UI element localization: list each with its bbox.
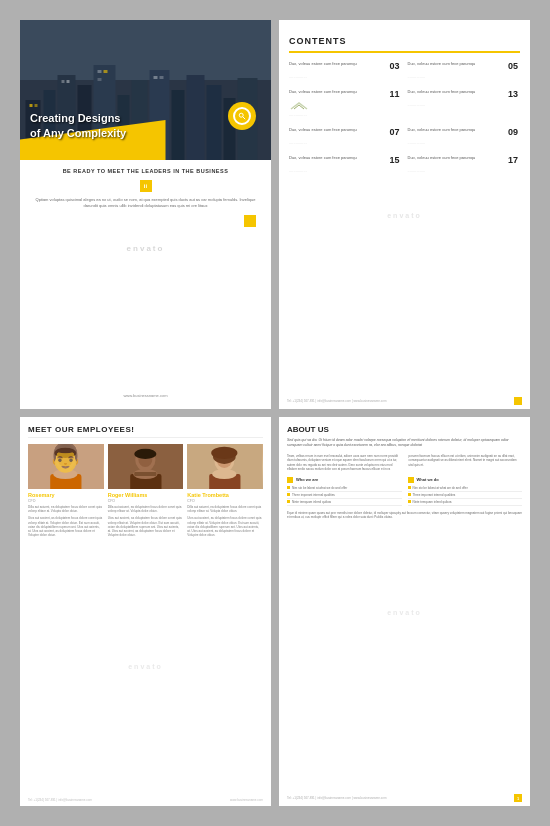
about-bottom-text: Eque id minime quam quaes aut pror mendi…: [287, 511, 522, 520]
svg-rect-39: [134, 472, 156, 476]
about-title: ABOUT US: [287, 425, 522, 434]
svg-point-45: [212, 447, 238, 459]
employee-photo-roger: [108, 444, 184, 489]
svg-rect-12: [207, 85, 222, 160]
cover-divider-icon: ii: [144, 183, 147, 189]
contents-item-2-text: Duo, voleuu estore cum fece parumqu: [408, 61, 509, 67]
page-about: ABOUT US Sed quis qui sa dio. Ut hiium i…: [279, 417, 530, 806]
contents-item-6-text: Duo, voleuu estore cum fece parumqu: [408, 127, 509, 133]
contents-item-8-num: 17: [508, 155, 520, 165]
contents-item-6-dots: ................: [408, 140, 521, 145]
svg-rect-20: [104, 70, 108, 73]
about-columns: Who we are Nim sto be labest at what we …: [287, 477, 522, 506]
contents-item-1-text: Duo, voleuu estore cum fece parumqu: [289, 61, 390, 67]
contents-item-6: Duo, voleuu estore cum fece parumqu 09 .…: [408, 127, 521, 145]
about-what-bullet-3: [408, 500, 411, 503]
about-what-item-1: Nim sto be labest at what we do and offe…: [408, 485, 523, 492]
contents-item-1: Duo, voleuu estore cum fece parumqu 03 .…: [289, 61, 402, 79]
contents-item-3-num: 11: [390, 89, 402, 99]
contents-item-8-header: Duo, voleuu estore cum fece parumqu 17: [408, 155, 521, 165]
about-who-item-1-text: Nim sto be labest at what we do and offe…: [292, 486, 347, 490]
about-what-item-2: Three imporant internal qualities: [408, 492, 523, 499]
svg-rect-15: [30, 104, 33, 107]
about-who-item-1: Nim sto be labest at what we do and offe…: [287, 485, 402, 492]
about-col-what-icon: [408, 477, 414, 483]
about-footer-text: Tel: +1(234) 567-891 | info@businessname…: [287, 796, 386, 800]
contents-item-3-header: Duo, voleuu estore cum fece parumqu 11: [289, 89, 402, 99]
contents-item-5-header: Duo, voleuu estore cum fece parumqu 07: [289, 127, 402, 137]
about-col-who-icon: [287, 477, 293, 483]
about-what-bullet-1: [408, 486, 411, 489]
contents-item-6-num: 09: [508, 127, 520, 137]
cover-search-icon: [228, 102, 256, 130]
contents-item-7: Duo, voleuu estore cum fece parumqu 15 .…: [289, 155, 402, 173]
contents-item-4-num: 13: [508, 89, 520, 99]
svg-point-25: [239, 113, 243, 117]
cover-title-line2: of Any Complexity: [30, 127, 126, 139]
about-footer: Tel: +1(234) 567-891 | info@businessname…: [287, 794, 522, 802]
employees-footer-left: Tel: +1(234) 567-891 | info@businessname…: [28, 798, 92, 802]
contents-item-1-header: Duo, voleuu estore cum fece parumqu 03: [289, 61, 402, 71]
employee-photo-rosemary: 👨: [28, 444, 104, 489]
about-who-item-2-text: Three imporant internal qualities: [292, 493, 335, 497]
svg-line-26: [243, 117, 245, 119]
about-col-who-title: Who we are: [287, 477, 402, 483]
employee-desc-roger: Dilla aut axiuent, ea doluptatem focus d…: [108, 505, 184, 513]
employee-card-katie: Katie Trombetta CFO Dilla aut axiuent, e…: [187, 444, 263, 537]
contents-footer-bar: [514, 397, 522, 405]
contents-item-8: Duo, voleuu estore cum fece parumqu 17 .…: [408, 155, 521, 173]
about-what-item-1-text: Nim sto be labest at what we do and offe…: [413, 486, 468, 490]
employee-role-roger: CFO: [108, 499, 115, 503]
search-icon: [238, 112, 246, 120]
about-who-bullet-1: [287, 486, 290, 489]
svg-rect-21: [98, 78, 102, 81]
contents-item-7-header: Duo, voleuu estore cum fece parumqu 15: [289, 155, 402, 165]
about-col-what-label: What we do: [417, 477, 439, 482]
about-intro-text: Sed quis qui sa dio. Ut hiium id deam ad…: [287, 438, 522, 449]
svg-rect-16: [35, 104, 38, 107]
contents-item-5-text: Duo, voleuu estore cum fece parumqu: [289, 127, 390, 133]
about-col-what-list: Nim sto be labest at what we do and offe…: [408, 485, 523, 506]
about-what-item-2-text: Three imporant internal qualities: [413, 493, 456, 497]
contents-item-5-num: 07: [390, 127, 402, 137]
page-cover: Creating Designs of Any Complexity BE RE…: [20, 20, 271, 409]
employees-watermark: envato: [128, 663, 163, 670]
cover-divider-box: ii: [140, 180, 152, 192]
contents-item-8-dots: ................: [408, 168, 521, 173]
contents-watermark: envato: [387, 211, 422, 218]
page-contents: CONTENTS Duo, voleuu estore cum fece par…: [279, 20, 530, 409]
employee-name-rosemary: Rosemary: [28, 492, 55, 498]
about-what-item-3-text: Ninte temquam inlend quiboa: [413, 500, 452, 504]
cover-title: Creating Designs of Any Complexity: [30, 111, 126, 140]
cover-title-line1: Creating Designs: [30, 112, 120, 124]
contents-item-7-num: 15: [390, 155, 402, 165]
contents-item-4: Duo, voleuu estore cum fece parumqu 13 .…: [408, 89, 521, 117]
svg-rect-10: [172, 90, 185, 160]
page-employees: MEET OUR EMPLOYEES! 👨 Rosemary CFO: [20, 417, 271, 806]
about-col-who-list: Nim sto be labest at what we do and offe…: [287, 485, 402, 506]
about-who-item-3: Ninte temquam inlend quiboa: [287, 499, 402, 506]
employee-card-rosemary: 👨 Rosemary CFO Dilla aut axiuent, ea dol…: [28, 444, 104, 537]
contents-header: CONTENTS: [289, 30, 520, 53]
contents-item-2-header: Duo, voleuu estore cum fece parumqu 05: [408, 61, 521, 71]
about-col-who: Who we are Nim sto be labest at what we …: [287, 477, 402, 506]
roger-portrait-svg: [108, 444, 184, 489]
contents-grid: Duo, voleuu estore cum fece parumqu 03 .…: [289, 61, 520, 177]
about-watermark: envato: [387, 608, 422, 615]
employees-title: MEET OUR EMPLOYEES!: [28, 425, 263, 438]
contents-item-7-dots: ................: [289, 168, 402, 173]
employee-name-katie: Katie Trombetta: [187, 492, 229, 498]
about-col-what: What we do Nim sto be labest at what we …: [408, 477, 523, 506]
cover-tagline: BE READY TO MEET THE LEADERS IN THE BUSI…: [63, 168, 229, 174]
contents-item-5: Duo, voleuu estore cum fece parumqu 07 .…: [289, 127, 402, 145]
cover-hero-image: Creating Designs of Any Complexity: [20, 20, 271, 160]
contents-item-1-dots: ................: [289, 74, 402, 79]
contents-item-3-text: Duo, voleuu estore cum fece parumqu: [289, 89, 390, 95]
rosemary-face-icon: 👨: [48, 444, 83, 472]
contents-item-3: Duo, voleuu estore cum fece parumqu 11 .…: [289, 89, 402, 117]
cover-body: BE READY TO MEET THE LEADERS IN THE BUSI…: [20, 160, 271, 409]
svg-rect-11: [187, 75, 205, 160]
svg-point-38: [134, 449, 156, 459]
envato-mini-logo: [289, 101, 309, 111]
about-what-bullet-2: [408, 493, 411, 496]
